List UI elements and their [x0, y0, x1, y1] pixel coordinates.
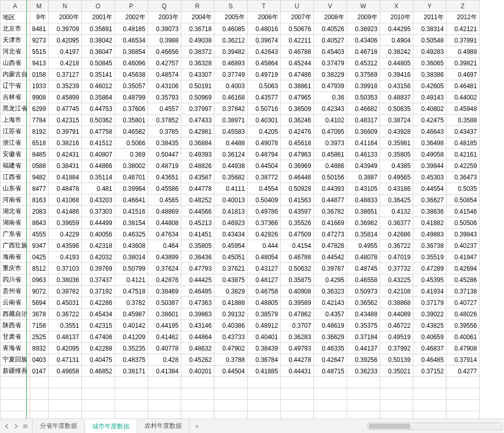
data-cell[interactable]: 0.37621 [214, 263, 247, 274]
sheet-tab[interactable]: 分省年度数据 [33, 419, 85, 433]
empty-cell[interactable] [280, 388, 313, 400]
header-cell-year[interactable]: 2009年 [347, 12, 380, 23]
data-cell[interactable]: 0.44393 [313, 183, 347, 194]
data-cell[interactable]: 0.39844 [413, 160, 446, 172]
data-cell[interactable]: 0.40778 [148, 343, 181, 354]
empty-cell[interactable] [81, 400, 114, 411]
region-cell[interactable]: 江苏省 [1, 126, 30, 137]
data-cell[interactable]: 0.41546 [446, 206, 479, 217]
data-cell[interactable]: 0.43225 [380, 274, 413, 286]
data-cell[interactable]: 0.36473 [446, 172, 479, 183]
empty-cell[interactable] [1, 400, 30, 411]
data-cell[interactable]: 0.43406 [347, 35, 380, 46]
region-cell[interactable]: 宁夏回族 [1, 354, 30, 366]
data-cell[interactable]: 0.4554 [247, 183, 280, 194]
data-cell[interactable]: 0.41885 [247, 366, 280, 377]
data-cell[interactable]: 0.45403 [313, 46, 347, 58]
data-cell[interactable]: 0.42032 [81, 252, 114, 263]
data-cell[interactable]: 0.50845 [81, 58, 114, 69]
region-cell[interactable]: 内蒙古自 [1, 69, 30, 80]
data-cell[interactable]: 0.36609 [347, 126, 380, 137]
data-cell[interactable]: 0.46096 [114, 58, 148, 69]
data-cell[interactable]: 0.464 [148, 240, 181, 252]
data-cell[interactable]: 0.42286 [81, 297, 114, 309]
data-cell[interactable]: 0.4132 [380, 206, 413, 217]
data-cell[interactable]: 1933 [30, 80, 49, 92]
header-cell-year[interactable]: 2004年 [181, 12, 214, 23]
data-cell[interactable]: 0.50548 [413, 35, 446, 46]
data-cell[interactable]: 0.39022 [413, 309, 446, 320]
data-cell[interactable]: 0.41934 [413, 286, 446, 297]
header-cell-year[interactable]: 2001年 [81, 12, 114, 23]
data-cell[interactable]: 0.42475 [413, 115, 446, 126]
data-cell[interactable]: 5515 [30, 46, 49, 58]
data-cell[interactable]: 0.39863 [181, 309, 214, 320]
empty-cell[interactable] [214, 388, 247, 400]
data-cell[interactable]: 0.44504 [214, 366, 247, 377]
data-cell[interactable]: 0.43146 [181, 320, 214, 331]
data-cell[interactable]: 0.35814 [347, 229, 380, 240]
data-cell[interactable]: 0.36212 [214, 35, 247, 46]
data-cell[interactable]: 0.49058 [413, 149, 446, 160]
data-cell[interactable]: 0.36425 [380, 194, 413, 206]
region-cell[interactable]: 陕西省 [1, 320, 30, 331]
data-cell[interactable]: 0.46758 [247, 286, 280, 297]
data-cell[interactable]: 0.36377 [380, 217, 413, 229]
data-cell[interactable]: 0.49143 [413, 92, 446, 103]
data-cell[interactable]: 0.4557 [148, 103, 181, 115]
data-cell[interactable]: 0.44195 [148, 320, 181, 331]
empty-cell[interactable] [446, 411, 479, 419]
data-cell[interactable]: 0.47433 [181, 115, 214, 126]
data-cell[interactable]: 0.43186 [380, 183, 413, 194]
data-cell[interactable]: 0.36436 [181, 252, 214, 263]
data-cell[interactable]: 8643 [30, 217, 49, 229]
data-cell[interactable]: 0.45434 [81, 309, 114, 320]
data-cell[interactable]: 0.46923 [214, 217, 247, 229]
data-cell[interactable]: 0.3785 [148, 126, 181, 137]
header-cell-year[interactable]: 2008年 [313, 12, 347, 23]
data-cell[interactable]: 0588 [30, 160, 49, 172]
data-cell[interactable]: 8481 [30, 23, 49, 35]
data-cell[interactable]: 0.39659 [48, 217, 81, 229]
data-cell[interactable]: 0.50191 [181, 80, 214, 92]
data-cell[interactable]: 0.50447 [148, 149, 181, 160]
data-cell[interactable]: 0.38772 [247, 172, 280, 183]
data-cell[interactable]: 0.43127 [247, 263, 280, 274]
data-cell[interactable]: 0.41669 [313, 217, 347, 229]
data-cell[interactable]: 0.38601 [148, 309, 181, 320]
data-cell[interactable]: 0.37138 [446, 286, 479, 297]
data-cell[interactable]: 0.38386 [413, 69, 446, 80]
data-cell[interactable]: 0.36065 [413, 58, 446, 69]
data-cell[interactable]: 0.47486 [280, 69, 313, 80]
data-cell[interactable]: 0.50362 [81, 115, 114, 126]
empty-cell[interactable] [280, 400, 313, 411]
data-cell[interactable]: 0.3887 [347, 172, 380, 183]
empty-cell[interactable] [347, 377, 380, 388]
data-cell[interactable]: 0.36 [313, 92, 347, 103]
data-cell[interactable]: 0.5063 [247, 80, 280, 92]
data-cell[interactable]: 0.45948 [446, 103, 479, 115]
data-cell[interactable]: 0.48632 [181, 343, 214, 354]
empty-cell[interactable] [380, 411, 413, 419]
data-cell[interactable]: 0.48478 [48, 183, 81, 194]
data-cell[interactable]: 0.49658 [48, 366, 81, 377]
data-cell[interactable]: 0.36969 [280, 160, 313, 172]
region-cell[interactable]: 黑龙江省 [1, 103, 30, 115]
data-cell[interactable]: 0.39589 [280, 297, 313, 309]
empty-cell[interactable] [30, 411, 49, 419]
data-cell[interactable]: 0.50506 [446, 217, 479, 229]
data-cell[interactable]: 0.49883 [413, 229, 446, 240]
data-cell[interactable]: 9908 [30, 92, 49, 103]
data-cell[interactable]: 0.39791 [48, 126, 81, 137]
empty-cell[interactable] [380, 388, 413, 400]
data-cell[interactable]: 0.44431 [280, 366, 313, 377]
region-cell[interactable]: 河北省 [1, 46, 30, 58]
data-cell[interactable]: 0.48078 [347, 252, 380, 263]
data-cell[interactable]: 0.4886 [313, 160, 347, 172]
data-cell[interactable]: 0.46534 [114, 35, 148, 46]
data-cell[interactable]: 0.36246 [280, 115, 313, 126]
data-cell[interactable]: 0.36884 [181, 137, 214, 149]
region-cell[interactable]: 新疆维吾 [1, 366, 30, 377]
data-cell[interactable]: 0.35981 [380, 137, 413, 149]
data-cell[interactable]: 0.43488 [347, 309, 380, 320]
